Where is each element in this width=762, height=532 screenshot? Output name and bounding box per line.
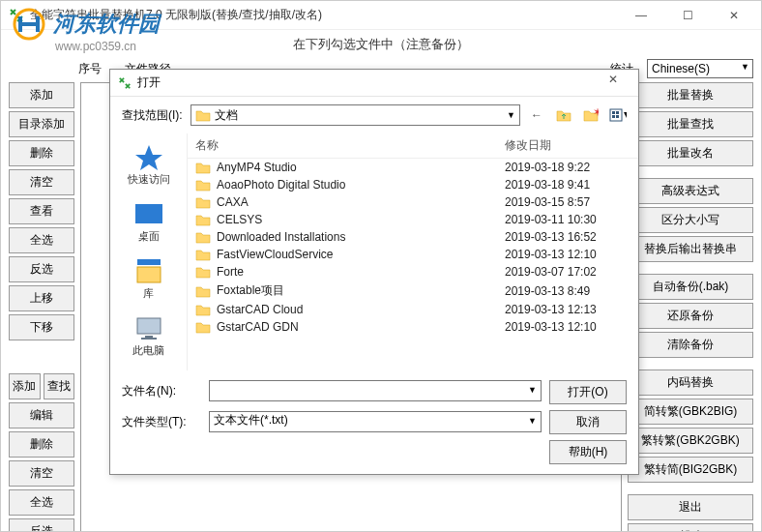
- watermark-site: 河东软件园: [53, 10, 160, 39]
- delete-button[interactable]: 删除: [9, 140, 74, 166]
- up-folder-icon[interactable]: [555, 106, 572, 124]
- view-button[interactable]: 查看: [9, 198, 74, 224]
- folder-icon: [195, 108, 211, 122]
- dlg-help-button[interactable]: 帮助(H): [549, 440, 627, 464]
- folder-icon: [195, 265, 211, 279]
- back-icon[interactable]: ←: [528, 106, 545, 124]
- list-item[interactable]: FastViewCloudService2019-03-13 12:10: [188, 246, 638, 263]
- batch-rename-button[interactable]: 批量改名: [628, 140, 753, 166]
- list-item[interactable]: AoaoPhoto Digital Studio2019-03-18 9:41: [188, 176, 638, 193]
- col-date[interactable]: 修改日期: [505, 137, 630, 154]
- gbk2gbk-button[interactable]: 繁转繁(GBK2GBK): [628, 428, 753, 454]
- folder-icon: [195, 195, 211, 209]
- auto-backup-button[interactable]: 自动备份(.bak): [628, 274, 753, 300]
- place-this-pc[interactable]: 此电脑: [110, 310, 187, 362]
- list-item[interactable]: Forte2019-03-07 17:02: [188, 263, 638, 281]
- col-name[interactable]: 名称: [195, 137, 505, 154]
- move-up-button[interactable]: 上移: [9, 285, 74, 311]
- svg-rect-13: [145, 336, 153, 338]
- list-item[interactable]: Foxtable项目2019-03-13 8:49: [188, 281, 638, 301]
- edit-button[interactable]: 编辑: [9, 402, 74, 429]
- lookin-combo[interactable]: 文档: [190, 104, 520, 126]
- add-dir-button[interactable]: 目录添加: [9, 111, 74, 137]
- view-menu-icon[interactable]: ▾: [609, 106, 627, 124]
- maximize-button[interactable]: ☐: [668, 4, 707, 27]
- big2gbk-button[interactable]: 繁转简(BIG2GBK): [628, 457, 753, 483]
- cancel-button[interactable]: 取消: [549, 410, 627, 434]
- svg-rect-4: [616, 111, 619, 114]
- invert-sel-button[interactable]: 反选: [9, 256, 74, 282]
- folder-icon: [195, 248, 211, 261]
- encoding-replace-button[interactable]: 内码替换: [628, 369, 753, 396]
- list-item[interactable]: GstarCAD GDN2019-03-13 12:10: [188, 318, 638, 336]
- batch-find-button[interactable]: 批量查找: [628, 111, 753, 137]
- file-list-header: 名称 修改日期: [188, 133, 638, 159]
- select-all2-button[interactable]: 全选: [9, 489, 74, 516]
- list-item[interactable]: CELSYS2019-03-11 10:30: [188, 211, 638, 228]
- output-repl-button[interactable]: 替换后输出替换串: [628, 236, 753, 262]
- dialog-close-button[interactable]: ✕: [596, 73, 630, 94]
- place-desktop[interactable]: 桌面: [110, 196, 187, 248]
- case-sens-button[interactable]: 区分大小写: [628, 207, 753, 233]
- add2-button[interactable]: 添加: [9, 373, 41, 399]
- close-button[interactable]: ✕: [715, 4, 753, 27]
- help-button[interactable]: 帮助: [628, 523, 753, 532]
- folder-icon: [195, 284, 211, 298]
- right-sidebar: 批量替换 批量查找 批量改名 高级表达式 区分大小写 替换后输出替换串 自动备份…: [628, 82, 753, 532]
- place-quick-access[interactable]: 快速访问: [110, 139, 187, 191]
- adv-regex-button[interactable]: 高级表达式: [628, 178, 753, 204]
- minimize-button[interactable]: —: [622, 4, 660, 27]
- folder-icon: [195, 178, 211, 192]
- open-button[interactable]: 打开(O): [549, 380, 627, 404]
- clear2-button[interactable]: 清空: [9, 460, 74, 487]
- filetype-select[interactable]: 文本文件(*.txt): [209, 411, 542, 432]
- folder-icon: [195, 230, 211, 244]
- clear-backup-button[interactable]: 清除备份: [628, 332, 753, 358]
- left-sidebar-1: 添加 目录添加 删除 清空 查看 全选 反选 上移 下移 添加 查找 编辑 删除…: [9, 82, 74, 532]
- place-libraries[interactable]: 库: [110, 253, 187, 305]
- filetype-label: 文件类型(T):: [122, 414, 199, 430]
- col-seq: 序号: [78, 61, 102, 77]
- svg-rect-14: [141, 338, 157, 340]
- watermark-url: www.pc0359.cn: [55, 40, 160, 53]
- language-select[interactable]: Chinese(S): [647, 59, 753, 78]
- list-item[interactable]: Downloaded Installations2019-03-13 16:52: [188, 228, 638, 246]
- invert2-button[interactable]: 反选: [9, 518, 74, 532]
- filename-label: 文件名(N):: [122, 383, 199, 399]
- add-button[interactable]: 添加: [9, 82, 74, 108]
- dialog-title: 打开: [137, 74, 596, 91]
- site-logo-icon: [9, 7, 49, 42]
- places-bar: 快速访问 桌面 库 此电脑 网络: [110, 133, 188, 370]
- svg-rect-9: [135, 204, 162, 223]
- svg-text:✶: ✶: [593, 108, 599, 119]
- open-file-dialog: 打开 ✕ 查找范围(I): 文档 ← ✶ ▾ 快速访问: [109, 69, 639, 475]
- list-item[interactable]: CAXA2019-03-15 8:57: [188, 193, 638, 211]
- list-item[interactable]: AnyMP4 Studio2019-03-18 9:22: [188, 159, 638, 176]
- filename-input[interactable]: [209, 380, 542, 401]
- gbk2big-button[interactable]: 简转繁(GBK2BIG): [628, 399, 753, 425]
- file-list-body[interactable]: AnyMP4 Studio2019-03-18 9:22AoaoPhoto Di…: [188, 159, 638, 370]
- folder-icon: [195, 161, 211, 174]
- svg-rect-12: [137, 318, 161, 334]
- select-all-button[interactable]: 全选: [9, 227, 74, 253]
- svg-rect-11: [137, 267, 161, 282]
- svg-rect-5: [612, 115, 615, 118]
- svg-rect-6: [616, 115, 619, 118]
- svg-marker-8: [135, 145, 162, 170]
- folder-icon: [195, 320, 211, 334]
- move-down-button[interactable]: 下移: [9, 314, 74, 340]
- lookin-label: 查找范围(I):: [122, 107, 183, 124]
- dialog-icon: [118, 76, 132, 90]
- new-folder-icon[interactable]: ✶: [582, 106, 600, 124]
- restore-backup-button[interactable]: 还原备份: [628, 303, 753, 329]
- list-item[interactable]: GstarCAD Cloud2019-03-13 12:13: [188, 301, 638, 318]
- svg-rect-3: [612, 111, 615, 114]
- batch-replace-button[interactable]: 批量替换: [628, 82, 753, 108]
- delete2-button[interactable]: 删除: [9, 431, 74, 458]
- exit-button[interactable]: 退出: [628, 494, 753, 520]
- svg-rect-10: [137, 259, 161, 265]
- search-button[interactable]: 查找: [44, 373, 75, 399]
- svg-text:▾: ▾: [624, 108, 627, 121]
- folder-icon: [195, 213, 211, 226]
- clear-button[interactable]: 清空: [9, 169, 74, 195]
